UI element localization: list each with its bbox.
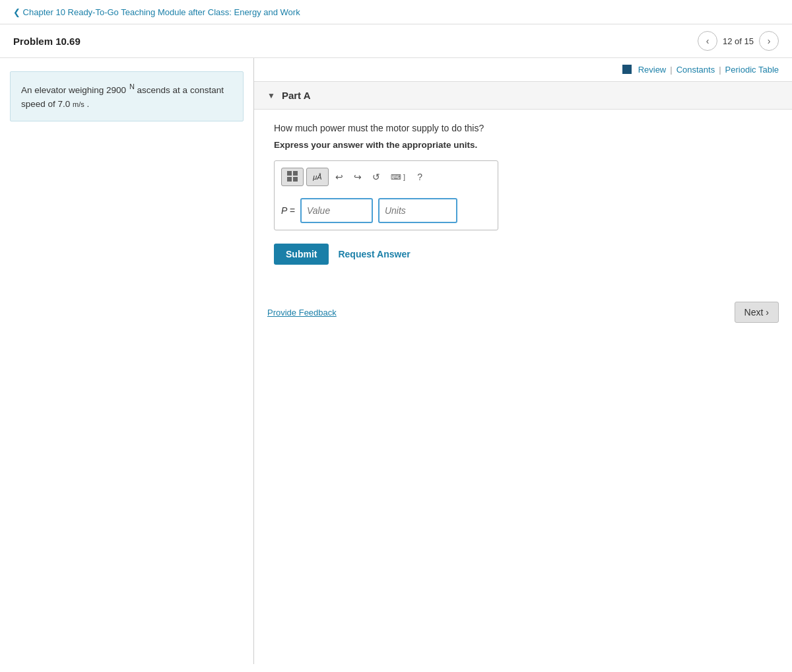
periodic-table-link[interactable]: Periodic Table: [725, 65, 779, 75]
p-label: P =: [281, 205, 295, 216]
submit-button[interactable]: Submit: [274, 244, 329, 265]
toolbar: μÅ ↩ ↪ ↺ ⌨ ] ?: [281, 168, 491, 191]
value-input[interactable]: [300, 198, 373, 223]
input-row: P =: [281, 198, 491, 223]
help-button[interactable]: ?: [412, 168, 428, 186]
part-toggle[interactable]: ▼: [267, 91, 275, 100]
buttons-row: Submit Request Answer: [274, 244, 772, 265]
matrix-button[interactable]: [281, 168, 304, 186]
left-panel: An elevator weighing 2900 N ascends at a…: [0, 58, 254, 664]
review-link[interactable]: Review: [638, 65, 667, 75]
keyboard-icon: ⌨ ]: [391, 173, 405, 182]
nav-controls: ‹ 12 of 15 ›: [698, 31, 779, 51]
next-nav-button[interactable]: ›: [759, 31, 779, 51]
next-chevron-icon: ›: [766, 307, 769, 318]
next-label: Next: [744, 307, 764, 318]
reset-button[interactable]: ↺: [368, 168, 384, 186]
unit-icon: μÅ: [313, 173, 321, 181]
next-button[interactable]: Next ›: [735, 302, 779, 323]
redo-icon: ↪: [354, 172, 362, 182]
breadcrumb-link[interactable]: ❮ Chapter 10 Ready-To-Go Teaching Module…: [13, 7, 300, 17]
keyboard-button[interactable]: ⌨ ]: [387, 168, 409, 186]
separator-1: |: [670, 65, 672, 75]
answer-box: μÅ ↩ ↪ ↺ ⌨ ] ?: [274, 160, 498, 230]
undo-icon: ↩: [335, 172, 343, 182]
right-panel: Review | Constants | Periodic Table ▼ Pa…: [254, 58, 792, 664]
undo-button[interactable]: ↩: [331, 168, 347, 186]
context-text: An elevator weighing 2900 N ascends at a…: [21, 85, 224, 110]
reset-icon: ↺: [372, 172, 380, 182]
problem-title: Problem 10.69: [13, 36, 81, 47]
redo-button[interactable]: ↪: [350, 168, 366, 186]
matrix-icon: [286, 170, 299, 185]
part-a-label: Part A: [282, 90, 311, 101]
constants-link[interactable]: Constants: [676, 65, 715, 75]
answer-instruction: Express your answer with the appropriate…: [274, 140, 772, 150]
page-indicator: 12 of 15: [723, 36, 754, 46]
question-content: How much power must the motor supply to …: [254, 110, 792, 278]
links-bar: Review | Constants | Periodic Table: [254, 58, 792, 81]
units-input[interactable]: [378, 198, 457, 223]
question-text: How much power must the motor supply to …: [274, 123, 772, 133]
svg-rect-3: [293, 177, 298, 182]
svg-rect-2: [287, 177, 292, 182]
help-icon: ?: [417, 172, 422, 182]
request-answer-link[interactable]: Request Answer: [338, 249, 410, 259]
separator-2: |: [719, 65, 721, 75]
prev-button[interactable]: ‹: [698, 31, 717, 51]
part-a-section: ▼ Part A: [254, 81, 792, 110]
svg-rect-0: [287, 171, 292, 176]
problem-context: An elevator weighing 2900 N ascends at a…: [10, 71, 244, 121]
svg-rect-1: [293, 171, 298, 176]
footer-bar: Provide Feedback Next ›: [254, 291, 792, 333]
review-icon: [622, 65, 632, 74]
unit-button[interactable]: μÅ: [306, 168, 329, 186]
provide-feedback-link[interactable]: Provide Feedback: [267, 308, 337, 318]
